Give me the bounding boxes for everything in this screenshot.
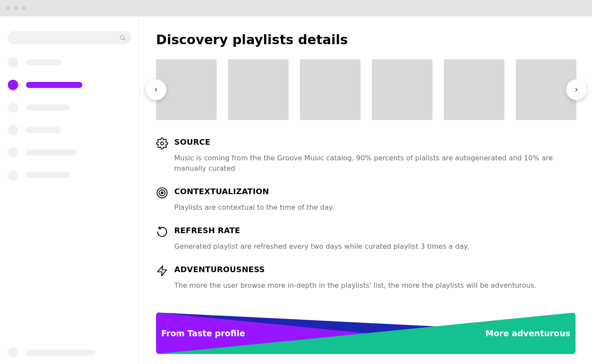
sidebar-item-label-skeleton [26, 127, 61, 133]
sidebar-item-label-skeleton [26, 59, 62, 65]
sidebar-item-label-skeleton [26, 172, 69, 178]
playlist-card[interactable] [228, 59, 289, 120]
section-title: SOURCE [174, 137, 210, 146]
refresh-icon [156, 226, 168, 238]
sidebar-item-bullet [8, 80, 18, 90]
sidebar-item-bullet [8, 147, 18, 158]
section-source: SOURCE Music is coming from the the Groo… [156, 137, 576, 174]
section-contextualization: CONTEXTUALIZATION Playlists are contextu… [156, 187, 576, 213]
section-title: REFRESH RATE [174, 226, 240, 235]
lightning-icon [156, 265, 168, 277]
sidebar-item[interactable] [8, 147, 131, 158]
sidebar-item-label-skeleton [26, 150, 77, 156]
section-refresh-rate: REFRESH RATE Generated playlist are refr… [156, 226, 576, 252]
target-icon [156, 187, 168, 199]
window-dot [14, 6, 18, 10]
sidebar-bottom-item[interactable] [8, 348, 131, 358]
sidebar-item-bullet [8, 102, 18, 113]
sidebar-item[interactable] [8, 102, 131, 113]
section-description: The more the user browse more in-depth i… [174, 280, 576, 291]
playlist-carousel [156, 59, 592, 120]
sidebar-item-label-skeleton [26, 104, 69, 110]
sidebar-nav-list [8, 57, 131, 180]
search-icon [119, 34, 126, 41]
svg-marker-6 [158, 266, 167, 276]
sidebar [0, 16, 140, 364]
svg-point-2 [161, 142, 164, 145]
sidebar-item[interactable] [8, 57, 131, 68]
window-dot [6, 6, 10, 10]
playlist-card[interactable] [444, 59, 504, 120]
window-dot [22, 6, 26, 10]
section-description: Generated playlist are refreshed every t… [174, 241, 576, 252]
section-title: ADVENTUROUSNESS [174, 265, 265, 274]
search-input[interactable] [8, 31, 131, 44]
playlist-card[interactable] [300, 59, 361, 120]
gear-icon [156, 137, 168, 150]
carousel-next-button[interactable] [566, 79, 587, 100]
svg-point-5 [161, 192, 163, 194]
section-adventurousness: ADVENTUROUSNESS The more the user browse… [156, 265, 576, 291]
section-description: Music is coming from the the Groove Musi… [174, 153, 576, 174]
sidebar-bottom-bullet [8, 348, 18, 358]
carousel-prev-button[interactable] [146, 79, 166, 100]
main-content: Discovery playlists details [140, 16, 592, 364]
sidebar-item-label-skeleton [26, 82, 82, 88]
sidebar-item-active[interactable] [8, 80, 131, 90]
sidebar-item-bullet [8, 57, 18, 68]
section-title: CONTEXTUALIZATION [174, 187, 269, 196]
sidebar-bottom-label-skeleton [26, 350, 95, 356]
chevron-right-icon [573, 87, 579, 93]
section-description: Playlists are contextual to the time of … [174, 202, 576, 213]
chevron-left-icon [153, 87, 159, 93]
playlist-card[interactable] [372, 59, 433, 120]
page-title: Discovery playlists details [156, 32, 592, 47]
window-titlebar [0, 0, 592, 16]
svg-line-1 [124, 39, 125, 40]
sidebar-item-bullet [8, 125, 18, 135]
adventurousness-left-label: From Taste profile [161, 328, 245, 338]
sidebar-item-bullet [8, 170, 18, 180]
adventurousness-right-label: More adventurous [485, 328, 570, 338]
sidebar-item[interactable] [8, 170, 131, 180]
carousel-track [156, 59, 592, 120]
adventurousness-bar: From Taste profile More adventurous [156, 312, 576, 354]
sidebar-item[interactable] [8, 125, 131, 135]
